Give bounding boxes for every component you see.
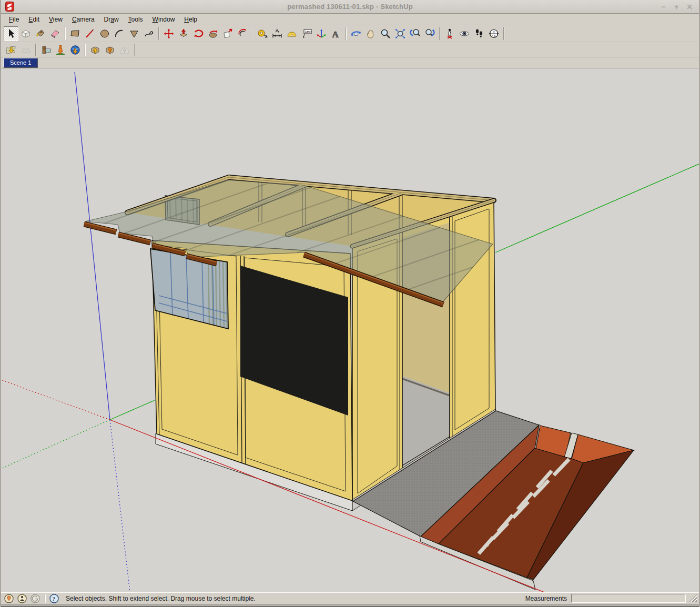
rotate-button[interactable] [191,26,206,41]
compass-tool-button[interactable]: CA-S [486,26,501,41]
pan-button[interactable] [363,26,378,41]
add-location-icon [5,44,17,56]
text-icon: ABC [301,28,312,39]
get-models-button[interactable] [88,43,103,57]
paint-bucket-button[interactable] [33,26,48,41]
google-icon[interactable] [31,594,40,603]
terrain-icon [20,44,32,56]
toolbar-separator [503,27,504,40]
zoom-extents-icon [394,28,406,39]
scene-tab-strip: Scene 1 [1,58,699,68]
make-component-button[interactable] [18,26,33,41]
orbit-button[interactable] [349,26,363,41]
eraser-button[interactable] [48,26,63,41]
menu-draw[interactable]: Draw [99,14,124,25]
add-location-button[interactable] [4,43,18,57]
select-button[interactable] [4,26,18,41]
polygon-icon [128,28,140,39]
3d-text-button[interactable]: A [329,26,343,41]
resize-grip[interactable] [689,594,697,602]
menu-view[interactable]: View [44,14,67,25]
offset-button[interactable] [235,26,250,41]
scale-icon [222,28,234,39]
previous-view-button[interactable] [408,26,422,41]
red-axis-dashed [1,380,110,420]
photo-textures-icon [40,44,52,56]
menu-help[interactable]: Help [179,14,202,25]
rectangle-icon [69,28,81,39]
footprints-icon [473,28,485,39]
rectangle-button[interactable] [68,26,83,41]
toggle-terrain-button[interactable] [18,43,33,57]
position-camera-icon [444,28,455,39]
sketchup-window: permashed 130611-01.skp - SketchUp − + ✕… [0,0,700,607]
axes-button[interactable] [314,26,329,41]
measurements-input[interactable] [571,594,686,603]
move-button[interactable] [161,26,176,41]
next-view-button[interactable] [422,26,437,41]
toolbar-separator [158,27,159,40]
title-bar[interactable]: permashed 130611-01.skp - SketchUp − + ✕ [1,0,699,14]
svg-text:C: C [493,30,495,33]
freehand-button[interactable] [141,26,156,41]
minimize-button[interactable]: − [659,3,667,11]
protractor-icon [286,28,298,39]
close-button[interactable]: ✕ [685,3,694,11]
menu-camera[interactable]: Camera [67,14,99,25]
arc-button[interactable] [112,26,127,41]
magnifier-icon [380,28,391,39]
maximize-button[interactable]: + [672,3,681,11]
menu-file[interactable]: File [4,14,24,25]
line-button[interactable] [83,26,97,41]
scale-button[interactable] [220,26,235,41]
share-model-button[interactable] [103,43,117,57]
push-pull-button[interactable] [176,26,191,41]
zoom-button[interactable] [378,26,393,41]
status-bar: ? Select objects. Shift to extend select… [1,592,699,604]
protractor-button[interactable] [285,26,299,41]
place-model-button[interactable] [53,43,68,57]
push-pull-icon [178,28,189,39]
statusbar-separator [45,594,46,603]
green-axis [110,400,155,420]
toolbar-separator [65,27,66,40]
menu-tools[interactable]: Tools [124,14,148,25]
orbit-icon [350,28,362,39]
model-scene[interactable] [1,68,699,592]
follow-me-button[interactable] [206,26,220,41]
previous-view-icon [409,28,421,39]
google-earth-button[interactable] [68,43,83,57]
dimension-icon [271,28,283,39]
measurements-label: Measurements [525,595,567,602]
walk-button[interactable] [472,26,486,41]
svg-text:ABC: ABC [305,29,312,33]
menu-edit[interactable]: Edit [24,14,44,25]
eye-icon [459,28,470,39]
dimension-button[interactable] [270,26,285,41]
offset-icon [237,28,248,39]
tape-measure-button[interactable] [255,26,270,41]
text-button[interactable]: ABC [299,26,314,41]
circle-button[interactable] [97,26,112,41]
photo-textures-button[interactable] [38,43,53,57]
menu-window[interactable]: Window [148,14,180,25]
get-models-icon [89,44,101,56]
pencil-icon [84,28,96,39]
help-icon[interactable]: ? [49,594,59,603]
figure-icon [55,44,66,56]
circle-icon [99,28,110,39]
green-axis-far [495,163,699,252]
scene-tab-1[interactable]: Scene 1 [3,58,38,68]
geolocation-icon[interactable] [4,594,14,603]
polygon-button[interactable] [127,26,141,41]
menu-bar: File Edit View Camera Draw Tools Window … [1,14,699,25]
component-box-icon [20,28,32,39]
share-component-button[interactable] [117,43,132,57]
position-camera-button[interactable] [442,26,457,41]
look-around-button[interactable] [457,26,472,41]
zoom-extents-button[interactable] [393,26,408,41]
model-viewport[interactable] [1,68,699,592]
toolbar-separator [35,44,36,56]
claim-credit-icon[interactable] [17,594,27,603]
front-wall[interactable] [150,240,352,501]
